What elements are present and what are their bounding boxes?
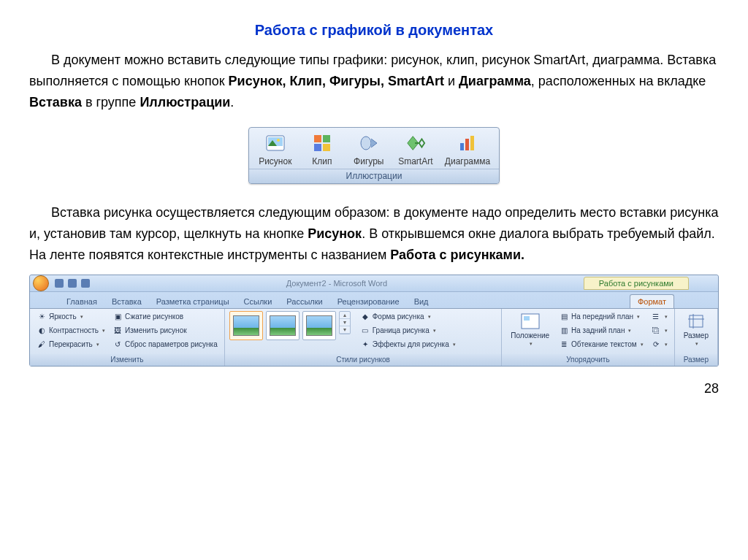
bring-front-button[interactable]: ▤На передний план▾: [557, 311, 646, 323]
page-number: 28: [29, 381, 719, 396]
group-styles-label: Стили рисунков: [225, 354, 501, 366]
redo-icon[interactable]: [81, 279, 90, 288]
ribbon-button-clip[interactable]: Клип: [299, 131, 346, 169]
align-icon: ☰: [651, 312, 661, 322]
svg-point-3: [277, 139, 280, 142]
ribbon-button-chart[interactable]: Диаграмма: [439, 131, 496, 169]
text-wrap-button[interactable]: ≣Обтекание текстом▾: [557, 339, 646, 350]
back-icon: ▥: [559, 326, 569, 336]
svg-rect-4: [314, 135, 321, 142]
ribbon-group-label: Иллюстрации: [249, 169, 499, 183]
smartart-icon: [405, 133, 426, 153]
word-ribbon: Документ2 - Microsoft Word Работа с рису…: [29, 275, 719, 367]
paragraph-1: В документ можно вставить следующие типы…: [29, 50, 719, 112]
crop-icon: [686, 312, 706, 330]
office-button[interactable]: [33, 275, 49, 291]
tab-mailings[interactable]: Рассылки: [279, 295, 329, 308]
tab-review[interactable]: Рецензирование: [330, 295, 407, 308]
tab-insert[interactable]: Вставка: [104, 295, 149, 308]
rotate-icon: ⟳: [651, 340, 661, 350]
tab-view[interactable]: Вид: [407, 295, 436, 308]
front-icon: ▤: [559, 312, 569, 322]
rotate-button[interactable]: ⟳▾: [649, 339, 670, 350]
group-icon: ⿻: [651, 326, 661, 336]
ribbon-button-shapes[interactable]: Фигуры: [346, 131, 392, 169]
reset-icon: ↺: [112, 340, 123, 350]
svg-rect-11: [470, 136, 474, 150]
tab-page-layout[interactable]: Разметка страницы: [149, 295, 237, 308]
picture-style-3[interactable]: [302, 311, 336, 340]
group-arrange-label: Упорядочить: [502, 354, 673, 366]
clip-icon: [312, 133, 332, 153]
shapes-icon: [359, 133, 379, 153]
window-title: Документ2 - Microsoft Word: [90, 279, 584, 288]
position-icon: [520, 312, 541, 330]
group-button[interactable]: ⿻▾: [649, 325, 670, 337]
size-button[interactable]: Размер▾: [679, 311, 713, 348]
svg-rect-5: [323, 135, 330, 142]
group-size-label: Размер: [675, 354, 717, 366]
picture-effects-button[interactable]: ✦Эффекты для рисунка▾: [358, 339, 458, 350]
gallery-scroll[interactable]: ▴▾▾: [339, 311, 351, 334]
compress-icon: ▣: [112, 312, 123, 322]
change-icon: 🖼: [112, 326, 123, 336]
recolor-icon: 🖌: [37, 340, 47, 350]
picture-style-1[interactable]: [229, 311, 263, 340]
shape-icon: ◆: [360, 312, 370, 322]
sun-icon: ☀: [37, 312, 47, 322]
border-icon: ▭: [360, 326, 370, 336]
svg-rect-9: [460, 143, 464, 150]
picture-border-button[interactable]: ▭Граница рисунка▾: [358, 325, 458, 337]
chart-icon: [457, 133, 478, 153]
tab-home[interactable]: Главная: [59, 295, 104, 308]
change-picture-button[interactable]: 🖼Изменить рисунок: [110, 325, 220, 337]
svg-rect-6: [314, 144, 321, 151]
picture-style-2[interactable]: [266, 311, 299, 340]
tab-format[interactable]: Формат: [630, 294, 674, 308]
save-icon[interactable]: [55, 279, 64, 288]
page-title: Работа с графикой в документах: [29, 22, 719, 39]
wrap-icon: ≣: [559, 340, 569, 350]
picture-icon: [265, 133, 286, 153]
ribbon-button-picture[interactable]: Рисунок: [252, 131, 299, 169]
send-back-button[interactable]: ▥На задний план▾: [557, 325, 646, 337]
contrast-button[interactable]: ◐Контрастность▾: [34, 325, 107, 337]
tab-references[interactable]: Ссылки: [237, 295, 280, 308]
svg-rect-10: [465, 139, 469, 150]
effects-icon: ✦: [360, 340, 370, 350]
svg-rect-13: [524, 316, 530, 321]
ribbon-tabs: Главная Вставка Разметка страницы Ссылки…: [30, 292, 718, 309]
position-button[interactable]: Положение▾: [506, 311, 554, 348]
contrast-icon: ◐: [37, 326, 47, 336]
align-button[interactable]: ☰▾: [649, 311, 670, 323]
quick-access-toolbar[interactable]: [55, 279, 90, 288]
svg-rect-14: [690, 315, 703, 327]
undo-icon[interactable]: [68, 279, 77, 288]
paragraph-2: Вставка рисунка осуществляется следующим…: [29, 202, 719, 265]
reset-picture-button[interactable]: ↺Сброс параметров рисунка: [110, 339, 220, 350]
svg-point-8: [361, 137, 371, 150]
brightness-button[interactable]: ☀Яркость▾: [34, 311, 107, 323]
contextual-tab-title: Работа с рисунками: [584, 277, 689, 290]
recolor-button[interactable]: 🖌Перекрасить▾: [34, 339, 107, 350]
ribbon-button-smartart[interactable]: SmartArt: [392, 131, 439, 169]
compress-button[interactable]: ▣Сжатие рисунков: [110, 311, 220, 323]
group-adjust-label: Изменить: [30, 354, 224, 366]
illustrations-ribbon-group: Рисунок Клип Фигуры SmartArt: [29, 127, 719, 184]
svg-rect-7: [323, 144, 330, 151]
picture-shape-button[interactable]: ◆Форма рисунка▾: [358, 311, 458, 323]
